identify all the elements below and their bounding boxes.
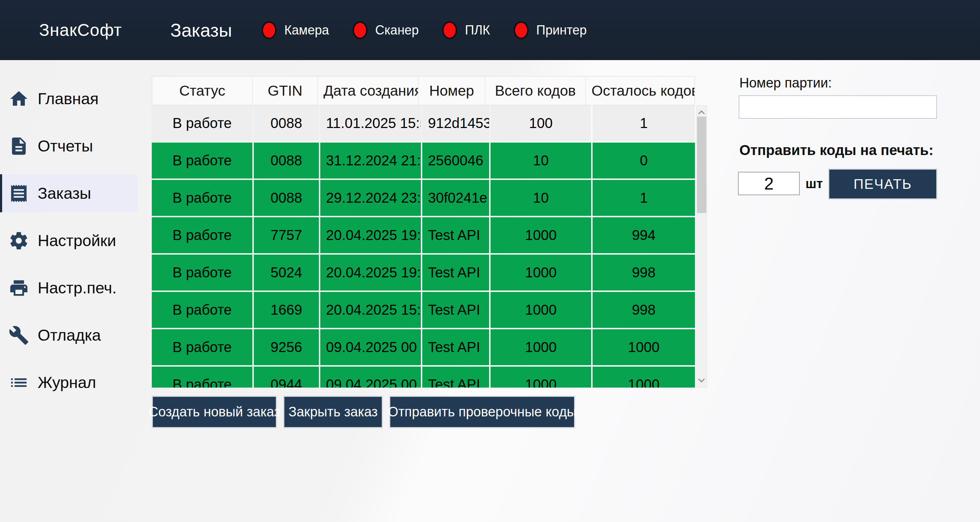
close-order-button[interactable]: Закрыть заказ <box>283 396 383 428</box>
cell-created: 20.04.2025 15: <box>320 292 421 328</box>
table-row[interactable]: В работе775720.04.2025 19:Test API100099… <box>152 217 695 253</box>
cell-remaining: 998 <box>593 292 695 328</box>
create-order-button[interactable]: Создать новый заказ <box>152 396 277 428</box>
cell-gtin: 1669 <box>254 292 319 328</box>
sidebar-item-label: Отчеты <box>38 137 93 155</box>
cell-status: В работе <box>152 255 252 291</box>
cell-number: 30f0241e <box>422 180 489 216</box>
cell-remaining: 1000 <box>593 367 695 388</box>
cell-status: В работе <box>152 105 252 141</box>
sidebar-item-orders[interactable]: Заказы <box>0 174 138 212</box>
cell-status: В работе <box>152 143 252 178</box>
orders-table-header: СтатусGTINДата созданияНомерВсего кодовО… <box>152 76 695 105</box>
cell-status: В работе <box>152 180 252 216</box>
table-row[interactable]: В работе008831.12.2024 21:02560046100 <box>152 143 695 178</box>
cell-gtin: 5024 <box>254 255 319 291</box>
cell-status: В работе <box>152 217 252 253</box>
batch-number-input[interactable] <box>739 95 937 119</box>
scrollbar-down-arrow-icon[interactable] <box>698 376 705 382</box>
settings-icon <box>8 231 29 251</box>
orders-table-body: В работе008811.01.2025 15:58912d14531001… <box>152 105 695 388</box>
sidebar-nav: ГлавнаяОтчетыЗаказыНастройкиНастр.печ.От… <box>0 60 138 522</box>
print-button[interactable]: ПЕЧАТЬ <box>828 169 937 199</box>
cell-number: 912d1453 <box>422 105 489 141</box>
top-navbar: ЗнакСофт Заказы КамераСканерПЛКПринтер <box>0 0 980 60</box>
print-settings-icon <box>8 278 29 298</box>
cell-number: Test API <box>422 255 489 291</box>
scanner-status-dot-icon <box>353 21 368 39</box>
column-header-4: Всего кодов <box>485 76 586 105</box>
cell-total: 1000 <box>490 292 591 328</box>
indicator-label: Принтер <box>536 23 587 38</box>
sidebar-item-home[interactable]: Главная <box>0 80 138 118</box>
order-actions: Создать новый заказ Закрыть заказ Отправ… <box>152 396 575 428</box>
cell-remaining: 994 <box>593 217 695 253</box>
cell-status: В работе <box>152 292 252 328</box>
column-header-5: Осталось кодов <box>586 76 695 105</box>
camera-status-dot-icon <box>262 21 277 39</box>
column-header-2: Дата создания <box>318 76 418 105</box>
indicator-printer: Принтер <box>514 21 587 39</box>
cell-created: 31.12.2024 21:0 <box>320 143 421 178</box>
cell-created: 20.04.2025 19: <box>320 255 421 291</box>
sidebar-item-debug[interactable]: Отладка <box>0 316 138 354</box>
sidebar-item-label: Отладка <box>38 326 101 345</box>
cell-number: Test API <box>422 217 489 253</box>
table-row[interactable]: В работе925609.04.2025 00Test API1000100… <box>152 329 695 365</box>
sidebar-item-label: Заказы <box>38 184 91 203</box>
table-row[interactable]: В работе008811.01.2025 15:58912d14531001 <box>152 105 695 141</box>
printer-status-dot-icon <box>514 21 528 39</box>
journal-icon <box>8 372 29 393</box>
cell-remaining: 1000 <box>593 329 695 365</box>
cell-gtin: 0944 <box>254 367 319 388</box>
table-row[interactable]: В работе166920.04.2025 15:Test API100099… <box>152 292 695 328</box>
sidebar-item-label: Главная <box>38 90 99 108</box>
cell-gtin: 9256 <box>254 329 319 365</box>
app-logo: ЗнакСофт <box>39 20 122 40</box>
cell-status: В работе <box>152 367 252 388</box>
debug-icon <box>8 325 29 345</box>
indicator-label: Камера <box>284 23 329 38</box>
cell-number: 2560046 <box>422 143 489 178</box>
table-scrollbar[interactable] <box>696 105 707 388</box>
column-header-1: GTIN <box>253 76 318 105</box>
cell-gtin: 7757 <box>254 217 319 253</box>
sidebar-item-reports[interactable]: Отчеты <box>0 127 138 165</box>
send-verification-codes-button[interactable]: Отправить проверочные коды <box>389 396 575 428</box>
indicator-label: Сканер <box>375 23 419 38</box>
cell-remaining: 998 <box>593 255 695 291</box>
batch-number-label: Номер партии: <box>739 75 832 91</box>
table-row[interactable]: В работе502420.04.2025 19:Test API100099… <box>152 255 695 291</box>
page-title: Заказы <box>170 19 232 41</box>
cell-gtin: 0088 <box>254 143 319 178</box>
cell-gtin: 0088 <box>254 105 319 141</box>
cell-total: 100 <box>490 105 591 141</box>
table-row[interactable]: В работе008829.12.2024 23:130f0241e101 <box>152 180 695 216</box>
sidebar-item-label: Настр.печ. <box>38 279 116 297</box>
cell-remaining: 1 <box>593 180 695 216</box>
cell-number: Test API <box>422 292 489 328</box>
table-row[interactable]: В работе094409.04.2025 00Test API1000100… <box>152 367 695 388</box>
print-quantity-input[interactable] <box>738 172 800 195</box>
scrollbar-up-arrow-icon[interactable] <box>698 110 705 117</box>
device-status-indicators: КамераСканерПЛКПринтер <box>262 21 587 39</box>
cell-number: Test API <box>422 367 489 388</box>
cell-total: 10 <box>490 143 591 178</box>
cell-created: 20.04.2025 19: <box>320 217 421 253</box>
sidebar-item-print-settings[interactable]: Настр.печ. <box>0 269 138 307</box>
reports-icon <box>8 136 29 156</box>
sidebar-item-journal[interactable]: Журнал <box>0 363 138 401</box>
sidebar-item-label: Журнал <box>38 373 96 392</box>
indicator-plc: ПЛК <box>442 21 490 39</box>
indicator-scanner: Сканер <box>353 21 419 39</box>
cell-number: Test API <box>422 329 489 365</box>
sidebar-item-settings[interactable]: Настройки <box>0 221 138 259</box>
plc-status-dot-icon <box>442 21 457 39</box>
scrollbar-thumb[interactable] <box>697 117 706 213</box>
column-header-3: Номер <box>418 76 485 105</box>
column-header-0: Статус <box>152 76 253 105</box>
cell-total: 1000 <box>490 255 591 291</box>
home-icon <box>8 89 29 109</box>
cell-created: 09.04.2025 00 <box>320 367 421 388</box>
indicator-label: ПЛК <box>465 23 490 38</box>
